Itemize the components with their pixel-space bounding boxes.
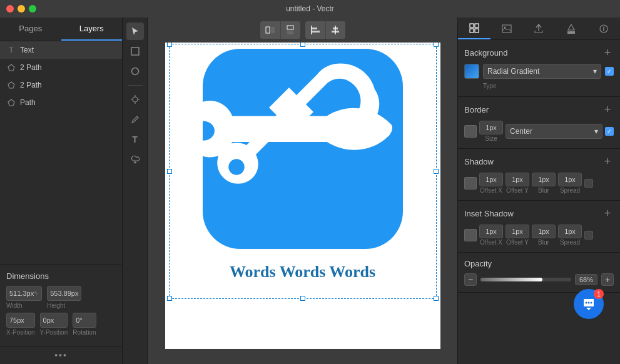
border-add-button[interactable]: +	[601, 103, 614, 116]
inset-spread-input[interactable]: 1px	[558, 225, 582, 238]
align-left-button[interactable]	[305, 21, 325, 39]
maximize-button[interactable]	[29, 5, 36, 13]
background-title: Background	[464, 48, 507, 58]
tab-pages[interactable]: Pages	[0, 18, 61, 41]
rotation-input[interactable]: 0°	[73, 313, 96, 328]
inset-spread-group: 1px Spread	[558, 225, 582, 246]
path-layer-icon-1	[6, 63, 16, 73]
handle-top-left[interactable]	[167, 43, 172, 47]
shadow-blur-input[interactable]: 1px	[532, 173, 556, 186]
layer-label-text: Text	[20, 46, 34, 54]
rectangle-tool[interactable]	[126, 43, 144, 60]
text-layer-icon: T	[6, 45, 16, 55]
inset-blur-input[interactable]: 1px	[532, 225, 556, 238]
right-panel-tabs	[458, 18, 620, 40]
border-color-swatch[interactable]	[464, 125, 477, 138]
inset-shadow-extra-checkbox[interactable]	[584, 231, 593, 240]
close-button[interactable]	[6, 5, 14, 13]
border-size-input[interactable]: 1px	[479, 121, 503, 134]
shadow-blur-label: Blur	[538, 187, 549, 194]
left-sidebar: Pages Layers T Text 2 Path 2 Path Path	[0, 18, 123, 364]
border-position-value: Center	[510, 127, 532, 136]
cloud-tool[interactable]	[126, 151, 144, 168]
shadow-offset-y-label: Offset Y	[506, 187, 529, 194]
handle-bottom-left[interactable]	[167, 296, 172, 301]
tool-divider	[128, 85, 143, 86]
dimensions-title: Dimensions	[6, 271, 116, 281]
background-visible-checkbox[interactable]: ✓	[605, 67, 614, 76]
dimensions-panel: Dimensions 511.3px ✎ Width 553.89px Heig	[0, 265, 122, 346]
pen-tool[interactable]	[126, 111, 144, 128]
right-tab-export[interactable]	[523, 18, 556, 39]
handle-top-right[interactable]	[434, 43, 439, 47]
chat-button[interactable]: 1	[574, 289, 604, 319]
handle-middle-right[interactable]	[434, 169, 439, 174]
svg-rect-23	[567, 31, 575, 34]
width-input[interactable]: 511.3px ✎	[6, 286, 42, 301]
right-tab-image[interactable]	[490, 18, 523, 39]
height-input[interactable]: 553.89px	[47, 286, 81, 301]
opacity-slider-fill	[480, 278, 542, 281]
border-title: Border	[464, 105, 489, 114]
layer-item-path1[interactable]: 2 Path	[0, 59, 122, 76]
x-input[interactable]: 75px	[6, 313, 35, 328]
flip-h-button[interactable]	[260, 21, 280, 39]
tab-layers[interactable]: Layers	[61, 18, 123, 41]
inset-shadow-color-swatch[interactable]	[464, 229, 477, 241]
svg-rect-21	[502, 25, 511, 33]
background-type-label: Radial Gradient	[487, 67, 539, 76]
border-position-dropdown[interactable]: Center ▾	[506, 124, 602, 139]
right-tab-info[interactable]	[587, 18, 620, 39]
y-input[interactable]: 0px	[40, 313, 68, 328]
flip-v-button[interactable]	[280, 21, 300, 39]
x-label: X-Position	[6, 329, 35, 336]
transform-tool[interactable]	[126, 91, 144, 108]
inset-offset-x-input[interactable]: 1px	[479, 225, 503, 238]
opacity-plus-button[interactable]: +	[601, 273, 614, 286]
height-value: 553.89px	[50, 290, 78, 297]
inset-offset-y-input[interactable]: 1px	[506, 225, 529, 238]
inset-shadow-add-button[interactable]: +	[601, 207, 614, 220]
shadow-extra-checkbox[interactable]	[584, 179, 593, 188]
dropdown-chevron-icon: ▾	[593, 67, 597, 76]
layer-item-path2[interactable]: 2 Path	[0, 76, 122, 94]
border-row: 1px Size Center ▾ ✓	[464, 121, 614, 142]
background-add-button[interactable]: +	[601, 46, 614, 59]
shadow-offset-y-input[interactable]: 1px	[506, 173, 529, 186]
more-options[interactable]: •••	[0, 346, 122, 364]
page-wrapper: Words Words Words	[165, 43, 440, 349]
circle-tool[interactable]	[126, 63, 144, 80]
background-section: Background + Radial Gradient ▾ ✓ Type	[458, 40, 620, 97]
canvas-page[interactable]: Words Words Words	[165, 43, 440, 349]
background-color-swatch[interactable]	[464, 64, 479, 79]
minimize-button[interactable]	[18, 5, 25, 13]
shadow-spread-input[interactable]: 1px	[558, 173, 582, 186]
right-tab-fill[interactable]	[555, 18, 587, 39]
border-visible-checkbox[interactable]: ✓	[605, 127, 614, 136]
layer-item-text[interactable]: T Text	[0, 41, 122, 59]
shadow-offset-x-input[interactable]: 1px	[479, 173, 503, 186]
opacity-slider[interactable]	[480, 278, 571, 281]
shadow-color-swatch[interactable]	[464, 177, 477, 190]
handle-bottom-right[interactable]	[434, 296, 439, 301]
opacity-minus-button[interactable]: −	[464, 273, 477, 286]
handle-middle-left[interactable]	[167, 169, 172, 174]
inset-spread-label: Spread	[560, 239, 580, 246]
select-tool[interactable]	[126, 23, 144, 40]
layer-item-path3[interactable]: Path	[0, 94, 122, 111]
align-buttons	[305, 21, 345, 39]
align-center-button[interactable]	[325, 21, 345, 39]
svg-rect-20	[475, 29, 479, 33]
border-size-group: 1px Size	[479, 121, 503, 142]
main-layout: Pages Layers T Text 2 Path 2 Path Path	[0, 18, 620, 364]
right-tab-layout[interactable]	[458, 18, 490, 39]
shadow-add-button[interactable]: +	[601, 155, 614, 168]
opacity-header: Opacity	[464, 259, 614, 268]
text-tool[interactable]: T	[126, 131, 144, 148]
inset-offset-x-group: 1px Offset X	[479, 225, 503, 246]
width-edit-icon[interactable]: ✎	[34, 290, 39, 296]
handle-bottom-center[interactable]	[300, 296, 305, 301]
layer-label-path1: 2 Path	[20, 63, 42, 72]
background-type-dropdown[interactable]: Radial Gradient ▾	[483, 64, 601, 79]
svg-marker-1	[8, 82, 14, 88]
